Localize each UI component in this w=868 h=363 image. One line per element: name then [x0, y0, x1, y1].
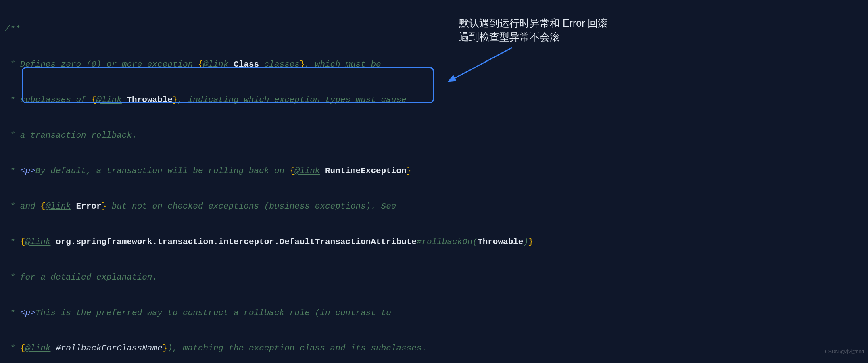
code-line: * for a detailed explanation. [5, 269, 863, 286]
code-line: * {@link org.springframework.transaction… [5, 233, 863, 251]
annotation-line-1: 默认遇到运行时异常和 Error 回滚 [459, 16, 608, 30]
code-line: * Defines zero (0) or more exception {@l… [5, 56, 863, 73]
code-line: * <p>By default, a transaction will be r… [5, 162, 863, 180]
annotation-line-2: 遇到检查型异常不会滚 [459, 30, 608, 44]
code-line: * and {@link Error} but not on checked e… [5, 198, 863, 215]
annotation-text: 默认遇到运行时异常和 Error 回滚 遇到检查型异常不会滚 [459, 16, 608, 44]
code-line: * a transaction rollback. [5, 127, 863, 144]
code-block: /** * Defines zero (0) or more exception… [0, 0, 868, 363]
code-line: * {@link #rollbackForClassName}), matchi… [5, 340, 863, 357]
code-line: * <p>This is the preferred way to constr… [5, 304, 863, 322]
code-line: /** [5, 20, 863, 38]
watermark: CSDN @小七mod [825, 343, 864, 361]
code-line: * subclasses of {@link Throwable}, indic… [5, 91, 863, 109]
